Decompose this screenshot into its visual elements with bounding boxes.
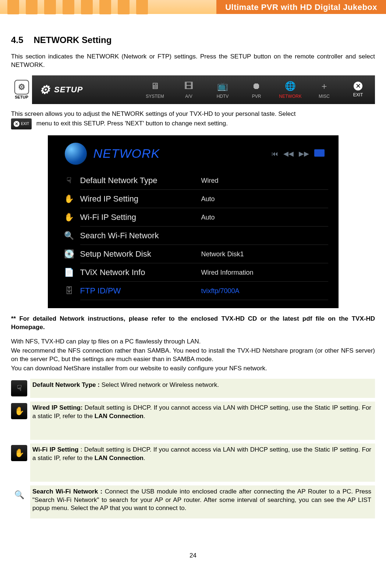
film-icon: 🎞 [184, 80, 193, 92]
pointer-icon: ☟ [58, 175, 80, 186]
setup-button-label: SETUP [15, 95, 28, 100]
net-row-network-info[interactable]: 📄 TViX Network Info Wired Information [58, 263, 328, 282]
plus-icon: ＋ [320, 80, 329, 92]
tab-marker [63, 0, 74, 14]
net-row-search-wifi[interactable]: 🔍 Search Wi-Fi Network [58, 227, 328, 245]
para-2: This screen allows you to adjust the NET… [11, 110, 375, 129]
wifi-search-icon: 🔍 [11, 487, 27, 503]
net-row-ftp[interactable]: 🗄 FTP ID/PW tvixftp/7000A [58, 282, 328, 300]
remote-setup-button: ⚙ SETUP [11, 75, 32, 104]
hand-icon: ✋ [11, 445, 27, 461]
setup-logo-text: SETUP [54, 84, 83, 95]
globe-icon: 🌐 [285, 80, 296, 92]
setting-row-default-network-type: ☟ Default Network Type : Select Wired ne… [11, 379, 375, 398]
menu-item-misc[interactable]: ＋MISC [307, 80, 341, 100]
nfs-line-1: With NFS, TVX-HD can play tp files on a … [11, 338, 375, 346]
panel-nav-icons: ⏮ ◀◀ ▶▶ [272, 149, 328, 158]
exit-chip: ✕EXIT [11, 118, 32, 129]
close-icon: ✕ [354, 82, 362, 90]
note-bold: ** For detailed Network instructions, pl… [11, 315, 375, 332]
menu-item-hdtv[interactable]: 📺HDTV [206, 80, 240, 100]
hand-icon: ✋ [11, 403, 27, 419]
setting-row-wired-ip: ✋ Wired IP Setting: Default setting is D… [11, 402, 375, 440]
section-heading: 4.5NETWORK Setting [11, 34, 375, 46]
net-row-network-disk[interactable]: 💽 Setup Network Disk Network Disk1 [58, 245, 328, 263]
network-settings-panel: NETWORK ⏮ ◀◀ ▶▶ ☟ Default Network Type W… [48, 135, 339, 308]
net-row-default-type[interactable]: ☟ Default Network Type Wired [58, 171, 328, 190]
pointer-icon: ☟ [11, 380, 27, 396]
section-number: 4.5 [11, 35, 23, 45]
setup-logo: ⚙ SETUP [39, 82, 83, 98]
globe-icon [65, 143, 87, 165]
tv-icon: 📺 [217, 80, 228, 92]
disk-icon: 💽 [58, 249, 80, 260]
panel-title: NETWORK [93, 145, 160, 162]
pvr-icon: ⏺ [252, 80, 261, 92]
menu-item-network[interactable]: 🌐NETWORK [273, 80, 307, 100]
tab-marker [7, 0, 19, 14]
hand-icon: ✋ [58, 212, 80, 223]
section-title: NETWORK Setting [33, 35, 111, 45]
setup-menu-bar: ⚙ SETUP ⚙ SETUP 🖥SYSTEM 🎞A/V 📺HDTV ⏺PVR … [11, 75, 375, 104]
ftp-icon: 🗄 [58, 285, 80, 296]
tab-marker [26, 0, 38, 14]
top-tab-markers [7, 0, 148, 14]
setup-menubar: ⚙ SETUP 🖥SYSTEM 🎞A/V 📺HDTV ⏺PVR 🌐NETWORK… [32, 75, 375, 104]
menu-item-pvr[interactable]: ⏺PVR [240, 80, 273, 100]
gear-icon: ⚙ [39, 82, 50, 98]
setting-row-search-wifi: 🔍 Search Wi-Fi Network : Connect the USB… [11, 485, 375, 519]
nfs-line-2: We recommend the NFS connection rather t… [11, 347, 375, 364]
next-icon[interactable]: ▶▶ [299, 149, 309, 158]
rewind-icon[interactable]: ⏮ [272, 149, 278, 158]
nfs-line-3: You can download NetShare installer from… [11, 364, 375, 373]
close-icon: ✕ [14, 121, 20, 127]
header-banner: Ultimate PVR with HD Digital Jukebox [216, 0, 386, 14]
tab-marker [99, 0, 111, 14]
top-strip: Ultimate PVR with HD Digital Jukebox [0, 0, 386, 14]
settings-description-table: ☟ Default Network Type : Select Wired ne… [11, 379, 375, 519]
setting-row-wifi-ip: ✋ Wi-Fi IP Setting : Default setting is … [11, 443, 375, 482]
menu-item-system[interactable]: 🖥SYSTEM [138, 80, 172, 100]
tab-marker [118, 0, 130, 14]
page-number: 24 [11, 552, 375, 567]
hand-icon: ✋ [58, 193, 80, 204]
menu-item-exit[interactable]: ✕EXIT [341, 80, 375, 100]
monitor-icon: 🖥 [150, 80, 159, 92]
gear-icon: ⚙ [14, 80, 29, 95]
tab-marker [136, 0, 148, 14]
prev-icon[interactable]: ◀◀ [283, 149, 294, 158]
net-row-wifi-ip[interactable]: ✋ Wi-Fi IP Setting Auto [58, 208, 328, 227]
intro-paragraph: This section indicates the NETWORK (Netw… [11, 53, 375, 70]
screen-icon[interactable] [314, 149, 325, 157]
tab-marker [44, 0, 56, 14]
tab-marker [81, 0, 93, 14]
net-row-wired-ip[interactable]: ✋ Wired IP Setting Auto [58, 190, 328, 208]
menu-item-av[interactable]: 🎞A/V [172, 80, 206, 100]
wifi-search-icon: 🔍 [58, 230, 80, 241]
document-icon: 📄 [58, 267, 80, 278]
